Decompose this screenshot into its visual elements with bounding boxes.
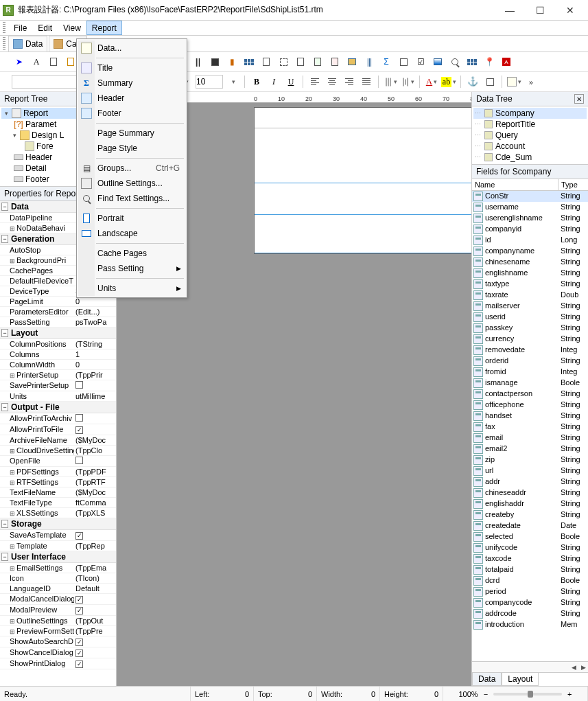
prop-group[interactable]: −Output - File: [0, 402, 116, 413]
prop-row[interactable]: AllowPrintToFile✓: [0, 424, 116, 435]
scroll-right-icon[interactable]: ▶: [578, 664, 588, 671]
field-row[interactable]: orderidString: [472, 356, 588, 367]
prop-value[interactable]: (TppPre: [74, 626, 116, 636]
checkbox[interactable]: [75, 414, 83, 422]
prop-row[interactable]: Template(TppRep: [0, 541, 116, 551]
align-justify-button[interactable]: [359, 74, 374, 89]
group-toggle[interactable]: −: [1, 520, 8, 528]
fields-hscroll[interactable]: ◀▶: [472, 661, 588, 672]
field-row[interactable]: emailString: [472, 433, 588, 444]
gradient-tool[interactable]: [430, 54, 445, 69]
group-toggle[interactable]: −: [1, 203, 8, 211]
tree-toggle-2[interactable]: ▾: [11, 132, 18, 139]
prop-value[interactable]: (TppPDF: [74, 467, 116, 476]
data-pipeline-item[interactable]: ⋯Cde_Sum: [473, 152, 587, 163]
menu-edit[interactable]: Edit: [32, 21, 58, 35]
field-row[interactable]: ConStrString: [472, 191, 588, 202]
field-row[interactable]: companycodeString: [472, 597, 588, 608]
memo-tool[interactable]: [46, 54, 61, 69]
prop-row[interactable]: PageLimit0: [0, 297, 116, 307]
table-tool[interactable]: [464, 54, 480, 69]
prop-row[interactable]: TextFileName($MyDoc: [0, 487, 116, 498]
prop-value[interactable]: (TppXLS: [74, 508, 116, 518]
prop-row[interactable]: LanguageIDDefault: [0, 584, 116, 594]
region-tool[interactable]: [276, 54, 291, 69]
search-tool[interactable]: [447, 54, 462, 69]
dbtext-tool[interactable]: [310, 54, 325, 69]
prop-value[interactable]: [74, 380, 116, 391]
pagebreak-tool[interactable]: [293, 54, 308, 69]
data-pipeline-item[interactable]: ⋯Account: [473, 141, 587, 152]
prop-row[interactable]: XLSSettings(TppXLS: [0, 508, 116, 518]
align-left-button[interactable]: [307, 74, 322, 89]
scroll-left-icon[interactable]: ◀: [569, 664, 578, 671]
field-row[interactable]: createdateDate: [472, 520, 588, 531]
checkbox[interactable]: [75, 457, 83, 464]
menu-report[interactable]: Report: [86, 21, 122, 35]
menu-item-page-style[interactable]: Page Style: [78, 141, 185, 156]
menu-item-outline[interactable]: Outline Settings...: [78, 176, 185, 191]
menu-item-page-summary[interactable]: Page Summary: [78, 126, 185, 141]
field-row[interactable]: idLong: [472, 235, 588, 246]
zoom-out-button[interactable]: −: [484, 690, 488, 698]
prop-value[interactable]: ($MyDoc: [74, 487, 116, 497]
field-row[interactable]: unifycodeString: [472, 542, 588, 553]
minimize-button[interactable]: —: [495, 1, 525, 20]
field-row[interactable]: officephoneString: [472, 400, 588, 411]
qrcode-tool[interactable]: [207, 54, 222, 69]
map-tool[interactable]: 📍: [482, 54, 497, 69]
prop-value[interactable]: [74, 413, 116, 424]
close-window-button[interactable]: ✕: [555, 1, 585, 20]
valign-top-button[interactable]: [383, 74, 398, 89]
field-row[interactable]: taxrateDoub: [472, 290, 588, 301]
prop-value[interactable]: ✓: [74, 636, 116, 647]
prop-value[interactable]: (TppPrir: [74, 370, 116, 380]
field-row[interactable]: dcrdBoole: [472, 575, 588, 586]
prop-value[interactable]: (TppRep: [74, 541, 116, 551]
font-size-dropdown[interactable]: [225, 74, 240, 89]
prop-value[interactable]: (TppRTF: [74, 477, 116, 487]
field-row[interactable]: companyidString: [472, 224, 588, 235]
prop-row[interactable]: OpenFile: [0, 456, 116, 467]
italic-button[interactable]: I: [266, 74, 281, 89]
prop-value[interactable]: (TppClo: [74, 446, 116, 455]
field-row[interactable]: introductionMem: [472, 619, 588, 630]
field-row[interactable]: fromidInteg: [472, 367, 588, 378]
prop-row[interactable]: EmailSettings(TppEma: [0, 563, 116, 573]
prop-row[interactable]: Icon(TIcon): [0, 573, 116, 584]
dbcalc-tool[interactable]: Σ: [379, 54, 394, 69]
anchor-button[interactable]: ⚓: [465, 74, 480, 89]
dbcheckbox-tool[interactable]: [396, 54, 411, 69]
prop-value[interactable]: ✓: [74, 424, 116, 435]
field-row[interactable]: removedateInteg: [472, 345, 588, 356]
prop-row[interactable]: UnitsutMillime: [0, 391, 116, 402]
prop-row[interactable]: PDFSettings(TppPDF: [0, 467, 116, 477]
menu-item-title[interactable]: Title: [78, 60, 185, 76]
prop-value[interactable]: Default: [74, 584, 116, 593]
prop-row[interactable]: PreviewFormSettin(TppPre: [0, 626, 116, 636]
field-row[interactable]: addrString: [472, 476, 588, 487]
tab-data-view[interactable]: Data: [472, 673, 502, 686]
zoom-thumb[interactable]: [528, 691, 533, 698]
field-row[interactable]: email2String: [472, 444, 588, 455]
data-tree-close-button[interactable]: ✕: [574, 94, 584, 104]
checkbox[interactable]: ✓: [75, 639, 83, 646]
prop-group[interactable]: −Layout: [0, 327, 116, 339]
prop-value[interactable]: (Edit...): [74, 307, 116, 317]
prop-row[interactable]: ShowCancelDialog✓: [0, 647, 116, 658]
tree-toggle[interactable]: ▾: [3, 110, 10, 117]
menu-item-header[interactable]: Header: [78, 91, 185, 106]
title-band-area[interactable]: [255, 108, 471, 128]
align-right-button[interactable]: [342, 74, 357, 89]
dbimage-tool[interactable]: [344, 54, 360, 69]
menu-item-footer[interactable]: Footer: [78, 106, 185, 121]
field-row[interactable]: contactpersonString: [472, 389, 588, 400]
field-row[interactable]: chinesenameString: [472, 257, 588, 268]
prop-value[interactable]: (TppEma: [74, 563, 116, 573]
data-pipeline-item[interactable]: ⋯Query: [473, 130, 587, 141]
tab-layout-view[interactable]: Layout: [502, 673, 539, 686]
checkbox[interactable]: ✓: [75, 650, 83, 657]
field-row[interactable]: selectedBoole: [472, 531, 588, 542]
field-row[interactable]: englishnameString: [472, 268, 588, 279]
field-row[interactable]: taxcodeString: [472, 553, 588, 564]
